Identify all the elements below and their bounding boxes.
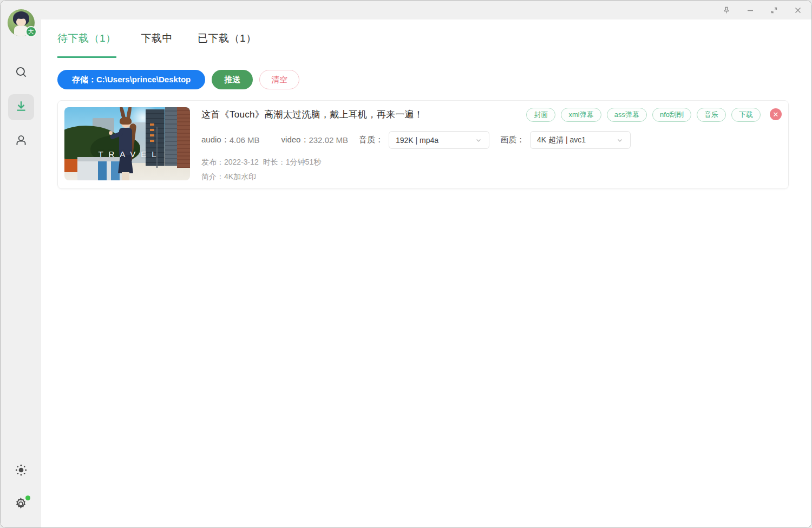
clear-button[interactable]: 清空 xyxy=(259,70,299,89)
tag-music[interactable]: 音乐 xyxy=(697,108,726,122)
audio-label: audio： xyxy=(201,135,230,145)
duration-label: 时长： xyxy=(263,158,286,167)
download-item-card: TRAVEL 这首《Touch》高潮太过洗脑，戴上耳机，再来一遍！ 封面 xml… xyxy=(57,100,789,189)
tab-downloaded[interactable]: 已下载（1） xyxy=(198,31,257,58)
main-content: 待下载（1） 下载中 已下载（1） 存储：C:\Users\prince\Des… xyxy=(41,19,811,527)
publish-row: 发布： 2022-3-12 时长： 1分钟51秒 xyxy=(201,158,782,167)
thumbnail-overlay-text: TRAVEL xyxy=(64,149,190,159)
download-icon xyxy=(14,99,28,115)
minimize-icon xyxy=(746,6,755,15)
minimize-button[interactable] xyxy=(742,3,758,18)
tag-ass-danmaku[interactable]: ass弹幕 xyxy=(607,108,647,122)
tag-xml-danmaku[interactable]: xml弹幕 xyxy=(561,108,601,122)
tag-nfo-scrape[interactable]: nfo刮削 xyxy=(652,108,691,122)
intro-value: 4K加水印 xyxy=(224,172,256,182)
duration-value: 1分钟51秒 xyxy=(286,158,321,167)
tab-downloading[interactable]: 下载中 xyxy=(141,31,173,58)
chevron-down-icon xyxy=(616,136,624,144)
video-quality-value: 4K 超清 | avc1 xyxy=(537,135,586,145)
chevron-down-icon xyxy=(475,136,482,144)
audio-quality-value: 192K | mp4a xyxy=(396,136,438,145)
title-row: 这首《Touch》高潮太过洗脑，戴上耳机，再来一遍！ 封面 xml弹幕 ass弹… xyxy=(201,107,782,122)
audio-quality-label: 音质： xyxy=(359,135,383,145)
push-button[interactable]: 推送 xyxy=(212,70,253,89)
close-icon xyxy=(794,6,802,15)
audio-size: 4.06 MB xyxy=(230,135,260,145)
video-label: video： xyxy=(281,135,309,145)
toolbar: 存储：C:\Users\prince\Desktop 推送 清空 xyxy=(57,70,789,89)
storage-path-button[interactable]: 存储：C:\Users\prince\Desktop xyxy=(57,70,205,89)
search-icon xyxy=(14,65,28,81)
user-icon xyxy=(14,133,28,149)
theme-icon xyxy=(14,463,28,479)
meta-row: audio： 4.06 MB video： 232.02 MB 音质： 192K… xyxy=(201,131,782,149)
remove-item-button[interactable]: ✕ xyxy=(770,108,782,120)
settings-notification-dot xyxy=(25,496,30,500)
maximize-icon xyxy=(770,6,778,15)
video-title: 这首《Touch》高潮太过洗脑，戴上耳机，再来一遍！ xyxy=(201,108,521,121)
publish-date: 2022-3-12 xyxy=(224,158,259,167)
tag-list: 封面 xml弹幕 ass弹幕 nfo刮削 音乐 下载 xyxy=(521,108,761,122)
app-window: 大 xyxy=(0,0,812,528)
video-quality-select[interactable]: 4K 超清 | avc1 xyxy=(530,131,631,149)
tag-download[interactable]: 下载 xyxy=(731,108,761,122)
titlebar[interactable] xyxy=(41,1,811,19)
sidebar-item-user[interactable] xyxy=(8,128,34,154)
tab-bar: 待下载（1） 下载中 已下载（1） xyxy=(57,31,789,58)
video-quality-label: 画质： xyxy=(500,135,525,145)
tab-pending[interactable]: 待下载（1） xyxy=(57,31,116,58)
video-thumbnail[interactable]: TRAVEL xyxy=(64,107,190,180)
video-size: 232.02 MB xyxy=(309,135,348,145)
intro-row: 简介： 4K加水印 xyxy=(201,172,782,182)
sidebar-item-downloads[interactable] xyxy=(8,94,34,120)
sidebar-bottom xyxy=(8,458,34,518)
sidebar-item-search[interactable] xyxy=(8,60,34,86)
publish-label: 发布： xyxy=(201,158,224,167)
maximize-button[interactable] xyxy=(766,3,782,18)
pin-button[interactable] xyxy=(718,3,735,18)
pin-icon xyxy=(722,6,731,15)
close-window-button[interactable] xyxy=(790,3,806,18)
theme-toggle[interactable] xyxy=(8,458,34,484)
card-content: 这首《Touch》高潮太过洗脑，戴上耳机，再来一遍！ 封面 xml弹幕 ass弹… xyxy=(190,107,782,182)
audio-quality-select[interactable]: 192K | mp4a xyxy=(389,131,489,149)
tag-cover[interactable]: 封面 xyxy=(526,108,555,122)
sidebar: 大 xyxy=(1,1,41,527)
user-avatar[interactable]: 大 xyxy=(8,9,35,36)
intro-label: 简介： xyxy=(201,172,224,182)
avatar-badge: 大 xyxy=(25,26,37,37)
settings-button[interactable] xyxy=(8,492,34,518)
